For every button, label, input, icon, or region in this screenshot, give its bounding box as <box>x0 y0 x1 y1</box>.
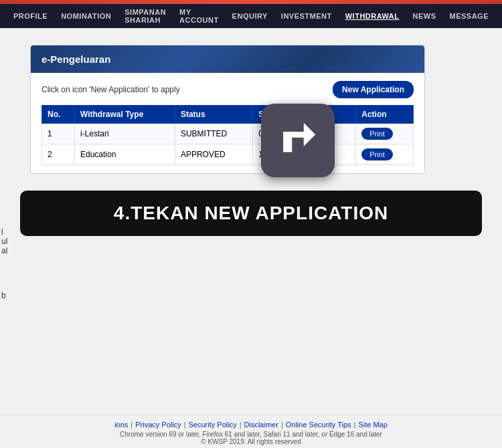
sep1: | <box>131 421 133 429</box>
footer: ions | Privacy Policy | Security Policy … <box>0 415 502 448</box>
table-row: 2 Education APPROVED 10-Aug-2017 Print <box>42 144 414 165</box>
row2-status: APPROVED <box>175 144 252 165</box>
table-header-row: No. Withdrawal Type Status Submission Da… <box>42 106 414 124</box>
left-edge-text: l ul al <box>1 227 7 255</box>
sep4: | <box>281 421 283 429</box>
row2-print-button[interactable]: Print <box>361 148 393 160</box>
left-text-al: al <box>1 246 7 255</box>
row2-type: Education <box>74 144 175 165</box>
nav-withdrawal[interactable]: WITHDRAWAL <box>339 12 406 20</box>
row1-print-button[interactable]: Print <box>361 128 393 140</box>
row1-no: 1 <box>42 124 75 144</box>
nav-enquiry[interactable]: ENQUIRY <box>226 12 274 20</box>
row1-type: i-Lestari <box>74 124 175 144</box>
table-head: No. Withdrawal Type Status Submission Da… <box>42 106 414 124</box>
table-row: 1 i-Lestari SUBMITTED 01-Apr-2020 Print <box>42 124 414 144</box>
col-no: No. <box>42 106 75 124</box>
cta-banner: 4.TEKAN NEW APPLICATION <box>20 191 482 236</box>
new-application-button[interactable]: New Application <box>333 81 414 98</box>
cta-label: 4.TEKAN NEW APPLICATION <box>114 203 388 223</box>
footer-security-policy[interactable]: Security Policy <box>189 421 237 429</box>
panel-instruction-row: Click on icon 'New Application' to apply… <box>41 81 414 98</box>
nav-message[interactable]: MESSAGE <box>443 12 496 20</box>
instruction-text: Click on icon 'New Application' to apply <box>41 85 180 94</box>
panel-title: e-Pengeluaran <box>41 53 110 65</box>
footer-compat: Chrome version 69 or later, Firefox 61 a… <box>7 431 495 438</box>
row1-status: SUBMITTED <box>175 124 252 144</box>
footer-links: ions | Privacy Policy | Security Policy … <box>7 421 495 429</box>
nav-investment[interactable]: INVESTMENT <box>274 12 339 20</box>
withdrawal-table: No. Withdrawal Type Status Submission Da… <box>41 105 414 165</box>
left-text-l: l <box>1 227 7 237</box>
footer-disclaimer[interactable]: Disclaimer <box>244 421 278 429</box>
left-text-ul: ul <box>1 237 7 246</box>
col-type: Withdrawal Type <box>74 106 175 124</box>
arrow-icon <box>274 117 321 164</box>
footer-site-map[interactable]: Site Map <box>358 421 387 429</box>
sep5: | <box>354 421 356 429</box>
footer-online-security[interactable]: Online Security Tips <box>286 421 351 429</box>
epengeluaran-panel: e-Pengeluaran Click on icon 'New Applica… <box>30 45 425 174</box>
col-action: Action <box>356 106 414 124</box>
row2-no: 2 <box>42 144 75 165</box>
nav-simpanan[interactable]: SIMPANAN SHARIAH <box>118 8 173 24</box>
arrow-overlay <box>261 104 335 177</box>
main-content: e-Pengeluaran Click on icon 'New Applica… <box>0 28 502 184</box>
table-body: 1 i-Lestari SUBMITTED 01-Apr-2020 Print … <box>42 124 414 165</box>
sep2: | <box>184 421 186 429</box>
nav-bar: PROFILE NOMINATION SIMPANAN SHARIAH MY A… <box>0 4 502 28</box>
sep3: | <box>240 421 242 429</box>
nav-myaccount[interactable]: MY ACCOUNT <box>173 8 226 24</box>
svg-marker-0 <box>283 123 315 152</box>
footer-privacy-policy[interactable]: Privacy Policy <box>135 421 181 429</box>
nav-nomination[interactable]: NOMINATION <box>54 12 118 20</box>
nav-news[interactable]: NEWS <box>406 12 443 20</box>
col-status: Status <box>175 106 252 124</box>
row1-action: Print <box>356 124 414 144</box>
left-edge-b: b <box>1 291 6 300</box>
row2-action: Print <box>356 144 414 165</box>
panel-body: Click on icon 'New Application' to apply… <box>31 73 424 173</box>
panel-header: e-Pengeluaran <box>31 45 424 73</box>
footer-ions: ions <box>114 421 128 429</box>
footer-copyright: © KWSP 2019. All rights reserved <box>7 438 495 445</box>
nav-profile[interactable]: PROFILE <box>7 12 54 20</box>
